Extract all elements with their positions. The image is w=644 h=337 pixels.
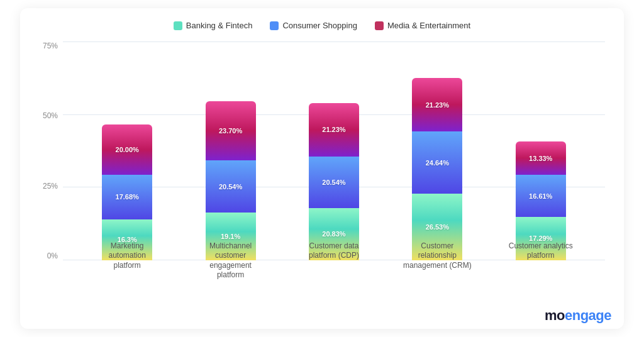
chart-area: 0%25%50%75% 16.3%17.68%20.00%19.1%20.54%… (39, 41, 605, 280)
bar-group-3: 26.53%24.64%21.23% (402, 78, 472, 260)
legend-item-consumer: Consumer Shopping (270, 21, 357, 30)
bar-segment-1-1: 20.54% (206, 160, 256, 212)
bar-value-3-2: 21.23% (426, 100, 449, 110)
y-axis: 0%25%50%75% (39, 41, 63, 280)
x-labels: Marketing automationplatformMultichannel… (63, 241, 605, 280)
bar-segment-2-2: 21.23% (309, 103, 359, 157)
bar-segment-3-1: 24.64% (412, 131, 462, 194)
bar-segment-2-1: 20.54% (309, 157, 359, 208)
bar-value-1-0: 19.1% (221, 231, 240, 241)
bar-value-1-2: 23.70% (219, 126, 242, 136)
bar-value-0-2: 20.00% (116, 145, 139, 155)
bar-value-2-0: 20.83% (322, 229, 345, 239)
legend: Banking & Fintech Consumer Shopping Medi… (39, 21, 605, 30)
legend-label-consumer: Consumer Shopping (282, 21, 357, 30)
legend-label-banking: Banking & Fintech (186, 21, 253, 30)
x-label-0: Marketing automationplatform (92, 241, 162, 280)
x-label-2: Customer dataplatform (CDP) (299, 241, 369, 280)
bar-group-1: 19.1%20.54%23.70% (196, 101, 265, 260)
bar-segment-0-1: 17.68% (102, 175, 152, 219)
chart-container: Banking & Fintech Consumer Shopping Medi… (20, 8, 624, 329)
y-axis-label: 50% (39, 111, 63, 120)
brand-logo: moengage (545, 307, 611, 324)
legend-label-media: Media & Entertainment (387, 21, 470, 30)
y-axis-label: 25% (39, 182, 63, 191)
x-label-1: Multichannel customerengagement platform (196, 241, 265, 280)
y-axis-label: 0% (39, 251, 63, 260)
bar-group-2: 20.83%20.54%21.23% (299, 103, 369, 260)
bar-value-0-1: 17.68% (116, 192, 139, 202)
legend-item-banking: Banking & Fintech (174, 21, 253, 30)
bar-value-3-0: 26.53% (426, 222, 449, 232)
bar-value-1-1: 20.54% (219, 182, 242, 192)
bars-row: 16.3%17.68%20.00%19.1%20.54%23.70%20.83%… (63, 41, 605, 260)
legend-dot-consumer (270, 21, 279, 30)
legend-item-media: Media & Entertainment (375, 21, 470, 30)
bar-value-3-1: 24.64% (426, 158, 449, 168)
bar-value-4-2: 13.33% (529, 153, 552, 163)
bar-segment-4-2: 13.33% (516, 141, 566, 175)
x-label-3: Customer relationshipmanagement (CRM) (402, 241, 472, 280)
bar-stack-0: 16.3%17.68%20.00% (102, 124, 152, 260)
legend-dot-media (375, 21, 384, 30)
bar-stack-3: 26.53%24.64%21.23% (412, 78, 462, 260)
bar-segment-0-2: 20.00% (102, 124, 152, 175)
bar-value-2-2: 21.23% (322, 124, 345, 135)
bar-segment-3-2: 21.23% (412, 78, 462, 131)
bar-segment-1-2: 23.70% (206, 101, 256, 161)
bar-stack-2: 20.83%20.54%21.23% (309, 103, 359, 260)
bar-stack-1: 19.1%20.54%23.70% (206, 101, 256, 260)
bar-value-4-1: 16.61% (529, 191, 552, 201)
bar-segment-4-1: 16.61% (516, 175, 566, 216)
bar-group-0: 16.3%17.68%20.00% (92, 124, 162, 260)
y-axis-label: 75% (39, 41, 63, 50)
bar-value-2-1: 20.54% (322, 177, 345, 187)
legend-dot-banking (174, 21, 182, 30)
grid-and-bars: 16.3%17.68%20.00%19.1%20.54%23.70%20.83%… (63, 41, 605, 280)
x-label-4: Customer analyticsplatform (506, 241, 575, 280)
